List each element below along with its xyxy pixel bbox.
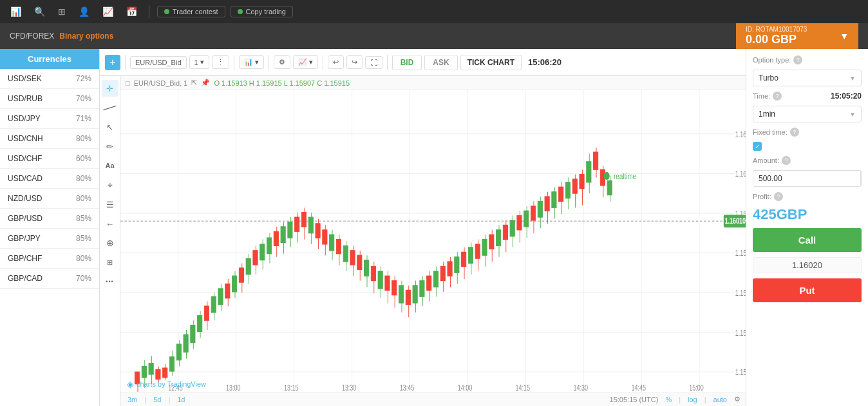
auto-button[interactable]: auto: [712, 396, 729, 403]
person-icon[interactable]: 👤: [75, 6, 93, 17]
amount-input-row: ▲ ▼: [753, 170, 862, 187]
amount-up-button[interactable]: ▲: [861, 171, 862, 179]
currency-item-gbpchf[interactable]: GBP/CHF 80%: [0, 249, 99, 269]
currency-item-usdcad[interactable]: USD/CAD 80%: [0, 169, 99, 189]
undo-button[interactable]: ↩: [328, 55, 344, 69]
svg-rect-72: [288, 222, 292, 238]
currency-pct: 71%: [76, 114, 91, 123]
log-button[interactable]: log: [686, 396, 699, 403]
zoom-icon[interactable]: 🔍: [30, 6, 49, 17]
currency-item-usdchf[interactable]: USD/CHF 60%: [0, 149, 99, 169]
amount-label: Amount:: [753, 157, 779, 164]
currency-item-gbpcad[interactable]: GBP/CAD 70%: [0, 269, 99, 289]
horizontal-line-tool[interactable]: ☰: [102, 196, 118, 213]
trend-line-tool[interactable]: ╱: [100, 96, 122, 120]
chart-toolbar: + EUR/USD_Bid 1 ▾ ⋮ 📊 ▾ ⚙ 📈 ▾ ↩ ↪: [100, 49, 746, 76]
currency-item-nzdusd[interactable]: NZD/USD 80%: [0, 189, 99, 209]
currency-item-usdsek[interactable]: USD/SEK 72%: [0, 69, 99, 89]
indicators-button[interactable]: 📈 ▾: [293, 55, 318, 69]
period-3m-button[interactable]: 3m: [126, 396, 139, 403]
indicator-arrow: ▾: [309, 58, 313, 66]
amount-info-icon[interactable]: ?: [782, 156, 791, 165]
currency-item-gbpusd[interactable]: GBP/USD 85%: [0, 209, 99, 229]
time-value: 15:05:20: [831, 92, 862, 101]
svg-rect-120: [455, 257, 459, 273]
currency-item-gbpjpy[interactable]: GBP/JPY 85%: [0, 229, 99, 249]
more-tools[interactable]: •••: [102, 273, 118, 290]
interval-arrow: ▾: [200, 58, 204, 66]
profit-info-icon[interactable]: ?: [774, 192, 783, 201]
bid-button[interactable]: BID: [392, 55, 422, 70]
profit-label: Profit:: [753, 193, 771, 200]
pencil-tool[interactable]: ✏: [102, 138, 118, 155]
grid-icon[interactable]: ⊞: [54, 6, 70, 17]
chart-settings-icon[interactable]: ⚙: [734, 395, 741, 403]
svg-rect-50: [211, 296, 216, 313]
svg-rect-112: [427, 276, 431, 290]
svg-rect-150: [559, 187, 563, 201]
account-widget[interactable]: ID: ROTAM10017073 0.00 GBP ▼: [736, 23, 858, 49]
svg-rect-42: [184, 334, 188, 352]
currency-item-usdcnh[interactable]: USD/CNH 80%: [0, 129, 99, 149]
zoom-tool[interactable]: ⊕: [102, 235, 118, 251]
amount-spinners: ▲ ▼: [860, 171, 862, 186]
chart-square-icon: □: [126, 79, 130, 87]
symbol-selector[interactable]: EUR/USD_Bid: [130, 56, 187, 69]
time-label-row: Time: ?: [753, 92, 782, 101]
account-dropdown-arrow[interactable]: ▼: [840, 31, 849, 41]
option-type-select[interactable]: Turbo ▼: [753, 70, 862, 86]
pct-button[interactable]: %: [663, 396, 674, 403]
fixed-time-info-icon[interactable]: ?: [790, 128, 799, 137]
fixed-time-checkbox[interactable]: [753, 142, 762, 151]
time-interval-select[interactable]: 1min ▼: [753, 106, 862, 122]
chart-type-icon: 📊: [244, 58, 253, 66]
interval-selector[interactable]: 1 ▾: [189, 55, 209, 69]
arrow-left-tool[interactable]: ←: [102, 215, 118, 232]
redo-button[interactable]: ↪: [346, 55, 363, 69]
profit-label-row: Profit: ?: [753, 192, 862, 201]
binary-options-label[interactable]: Binary options: [59, 32, 113, 41]
currency-pct: 80%: [76, 254, 91, 263]
text-tool[interactable]: Aa: [102, 157, 118, 174]
bar-chart-icon[interactable]: 📈: [99, 6, 117, 17]
settings-button[interactable]: ⚙: [274, 55, 290, 69]
chart-canvas[interactable]: 1.16050 1.16000 1.15950 1.15900 1.15850 …: [120, 90, 746, 392]
period-1d-button[interactable]: 1d: [175, 396, 187, 403]
fullscreen-button[interactable]: ⛶: [365, 56, 382, 69]
option-type-info-icon[interactable]: ?: [793, 55, 802, 64]
more-options-button[interactable]: ⋮: [212, 55, 229, 69]
fibonacci-tool[interactable]: ⌖: [102, 177, 118, 193]
arrow-tool[interactable]: ↖: [102, 119, 118, 135]
option-type-label-row: Option type: ?: [753, 55, 862, 64]
ask-button[interactable]: ASK: [424, 55, 457, 70]
svg-rect-70: [281, 227, 285, 243]
chart-type-button[interactable]: 📊 ▾: [239, 55, 264, 69]
svg-rect-60: [246, 258, 250, 275]
drawing-tools-panel: ✛ ╱ ↖ ✏ Aa ⌖ ☰ ← ⊕ ⊞ •••: [100, 76, 120, 406]
currency-pct: 70%: [76, 94, 91, 103]
calendar-icon[interactable]: 📅: [122, 6, 141, 17]
measure-tool[interactable]: ⊞: [102, 254, 118, 271]
currency-item-usdjpy[interactable]: USD/JPY 71%: [0, 109, 99, 129]
currency-name: USD/CNH: [8, 134, 43, 143]
call-button[interactable]: Call: [753, 228, 862, 252]
chart-line-icon[interactable]: 📊: [6, 6, 25, 17]
svg-rect-126: [475, 244, 480, 258]
svg-rect-146: [545, 197, 549, 211]
crosshair-tool[interactable]: ✛: [102, 80, 118, 97]
trader-contest-badge[interactable]: Trader contest: [157, 6, 225, 17]
amount-down-button[interactable]: ▼: [861, 179, 862, 186]
time-info-icon[interactable]: ?: [773, 92, 782, 101]
add-chart-button[interactable]: +: [105, 55, 120, 70]
svg-rect-110: [420, 281, 424, 297]
tick-chart-button[interactable]: TICK CHART: [460, 55, 522, 70]
copy-trading-badge[interactable]: Copy trading: [231, 6, 293, 17]
currencies-button[interactable]: Currencies: [0, 49, 99, 69]
currency-item-usdrub[interactable]: USD/RUB 70%: [0, 89, 99, 109]
put-button[interactable]: Put: [753, 278, 862, 302]
amount-input[interactable]: [753, 171, 860, 186]
chart-pin-icon: 📌: [201, 79, 210, 87]
period-5d-button[interactable]: 5d: [151, 396, 163, 403]
option-type-value: Turbo: [759, 73, 778, 82]
svg-rect-52: [218, 289, 223, 305]
